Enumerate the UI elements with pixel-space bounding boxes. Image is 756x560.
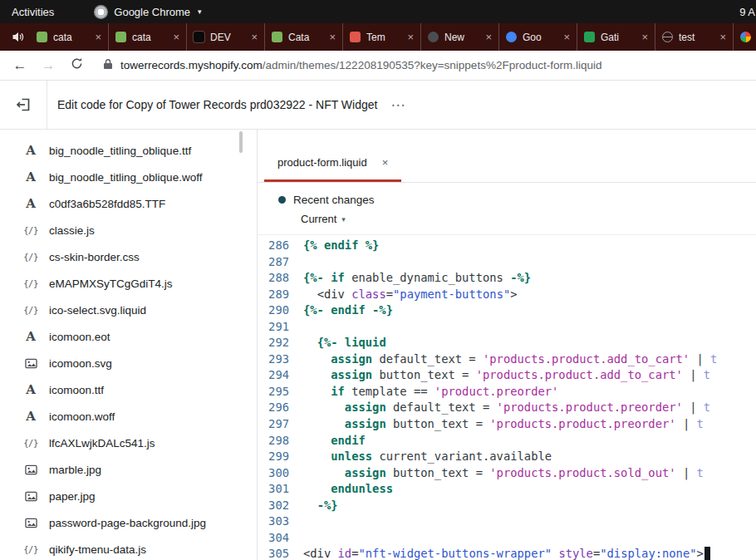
file-item[interactable]: {/}cs-skin-border.css	[0, 243, 257, 270]
browser-tab[interactable]: Goo×	[498, 23, 577, 51]
code-line[interactable]: 304	[258, 530, 756, 547]
line-content: <div class="payment-buttons">	[289, 287, 518, 303]
version-dropdown[interactable]: Current ▾	[301, 213, 367, 225]
code-line[interactable]: 300 assign button_text = 'products.produ…	[258, 465, 756, 482]
code-line[interactable]: 299 unless current_variant.available	[258, 449, 756, 465]
code-token: =	[593, 547, 600, 560]
browser-tab[interactable]: Gati×	[577, 23, 655, 51]
browser-tab[interactable]: ×	[733, 23, 756, 51]
code-line[interactable]: 293 assign default_text = 'products.prod…	[258, 351, 756, 368]
code-line[interactable]: 298 endif	[258, 433, 756, 449]
code-line[interactable]: 291	[258, 319, 756, 336]
file-item[interactable]: Aicomoon.ttf	[0, 376, 257, 403]
close-icon[interactable]: ×	[329, 31, 336, 43]
activities-button[interactable]: Activities	[0, 0, 66, 23]
media-speaker-icon[interactable]	[12, 31, 25, 44]
file-item[interactable]: Aicomoon.eot	[0, 323, 257, 350]
close-icon[interactable]: ×	[719, 31, 726, 43]
code-line[interactable]: 292 {%- liquid	[258, 335, 756, 351]
code-line[interactable]: 289 <div class="payment-buttons">	[258, 287, 756, 303]
file-item[interactable]: Ac0df3a6b528fdd85.TTF	[0, 190, 257, 217]
exit-code-editor-button[interactable]	[0, 81, 47, 129]
file-item[interactable]: {/}ico-select.svg.liquid	[0, 297, 257, 323]
browser-tab[interactable]: Cata×	[264, 23, 342, 51]
code-token: class	[351, 287, 386, 301]
close-icon[interactable]: ×	[95, 31, 101, 43]
close-icon[interactable]: ×	[641, 31, 648, 43]
file-item[interactable]: Abig_noodle_titling_oblique.woff	[0, 164, 257, 190]
code-line[interactable]: 286{% endif %}	[258, 238, 756, 254]
close-icon[interactable]: ×	[485, 31, 492, 43]
active-app-menu[interactable]: Google Chrome ▾	[94, 5, 201, 19]
close-icon[interactable]: ×	[382, 156, 389, 169]
file-item[interactable]: Abig_noodle_titling_oblique.ttf	[0, 137, 257, 164]
file-name: icomoon.woff	[49, 410, 115, 423]
browser-tab[interactable]: Tem×	[342, 23, 420, 51]
code-token: button_text =	[386, 466, 490, 479]
close-icon[interactable]: ×	[251, 31, 258, 43]
line-content: <div id="nft-widget-buttons-wrapper" sty…	[289, 546, 710, 560]
close-icon[interactable]: ×	[407, 31, 414, 43]
url-path: /admin/themes/122208190535?key=snippets%…	[263, 59, 602, 71]
code-token: |	[676, 466, 697, 479]
code-token	[303, 336, 317, 349]
forward-button[interactable]: →	[40, 57, 56, 74]
file-name: cs-skin-border.css	[49, 251, 140, 263]
browser-tab[interactable]: cata×	[30, 23, 108, 51]
dev-favicon-icon	[194, 32, 204, 42]
code-line[interactable]: 303	[258, 513, 756, 530]
file-item[interactable]: password-page-background.jpg	[0, 509, 257, 536]
file-item[interactable]: paper.jpg	[0, 483, 257, 509]
file-item[interactable]: icomoon.svg	[0, 350, 257, 376]
editor-tab-product-form[interactable]: product-form.liquid ×	[264, 156, 401, 182]
code-token: 'products.product.sold_out'	[489, 466, 675, 479]
code-line[interactable]: 301 endunless	[258, 481, 756, 498]
code-line[interactable]: 290{%- endif -%}	[258, 302, 756, 319]
file-item[interactable]: {/}eMAPMXSyTCgGdiT4.js	[0, 270, 257, 297]
code-token	[303, 499, 317, 512]
code-token	[303, 352, 331, 366]
back-button[interactable]: ←	[12, 57, 28, 74]
browser-tab[interactable]: test×	[655, 23, 733, 51]
code-line[interactable]: 305<div id="nft-widget-buttons-wrapper" …	[258, 546, 756, 560]
page-header: Edit code for Copy of Tower Records prd0…	[0, 81, 756, 130]
code-file-icon: {/}	[23, 305, 38, 315]
more-actions-button[interactable]: ⋯	[390, 96, 405, 114]
file-item[interactable]: Aicomoon.woff	[0, 403, 257, 430]
sidebar-scrollbar-thumb[interactable]	[239, 131, 243, 153]
code-token: >	[510, 287, 517, 301]
code-line[interactable]: 297 assign button_text = 'products.produ…	[258, 416, 756, 433]
file-item[interactable]: {/}classie.js	[0, 217, 257, 243]
image-file-icon	[23, 517, 38, 529]
file-item[interactable]: {/}qikify-tmenu-data.js	[0, 536, 257, 560]
browser-tab[interactable]: New×	[420, 23, 498, 51]
address-bar[interactable]: towerrecords.myshopify.com/admin/themes/…	[103, 58, 756, 73]
line-number: 292	[258, 335, 289, 351]
line-number: 303	[258, 513, 289, 530]
code-line[interactable]: 295 if template == 'product.preorder'	[258, 384, 756, 400]
code-line[interactable]: 294 assign button_text = 'products.produ…	[258, 367, 756, 384]
browser-tab[interactable]: cata×	[108, 23, 186, 51]
close-icon[interactable]: ×	[563, 31, 570, 43]
close-icon[interactable]: ×	[173, 31, 179, 43]
file-item[interactable]: {/}lfcAXLwjkDALc541.js	[0, 430, 257, 456]
font-file-icon: A	[23, 169, 38, 184]
browser-tab[interactable]: DEV×	[186, 23, 264, 51]
page-title: Edit code for Copy of Tower Records prd0…	[57, 98, 377, 111]
reload-button[interactable]	[68, 57, 85, 74]
shopify-favicon-icon	[37, 32, 47, 42]
code-line[interactable]: 287	[258, 254, 756, 271]
code-token: default_text =	[372, 352, 483, 366]
file-name: ico-select.svg.liquid	[49, 304, 146, 317]
file-item[interactable]: marble.jpg	[0, 456, 257, 483]
code-token: 'products.product.preorder'	[497, 400, 683, 414]
editor-tab-label: product-form.liquid	[277, 156, 367, 169]
code-line[interactable]: 288{%- if enable_dynamic_buttons -%}	[258, 270, 756, 287]
font-file-icon: A	[23, 329, 38, 344]
browser-tab-strip: cata×cata×DEV×Cata×Tem×New×Goo×Gati×test…	[0, 23, 756, 51]
code-line[interactable]: 296 assign default_text = 'products.prod…	[258, 400, 756, 416]
code-line[interactable]: 302 -%}	[258, 498, 756, 514]
image-file-icon	[23, 490, 38, 503]
code-area[interactable]: 286{% endif %}287288{%- if enable_dynami…	[258, 235, 756, 560]
code-token: assign	[345, 466, 386, 479]
